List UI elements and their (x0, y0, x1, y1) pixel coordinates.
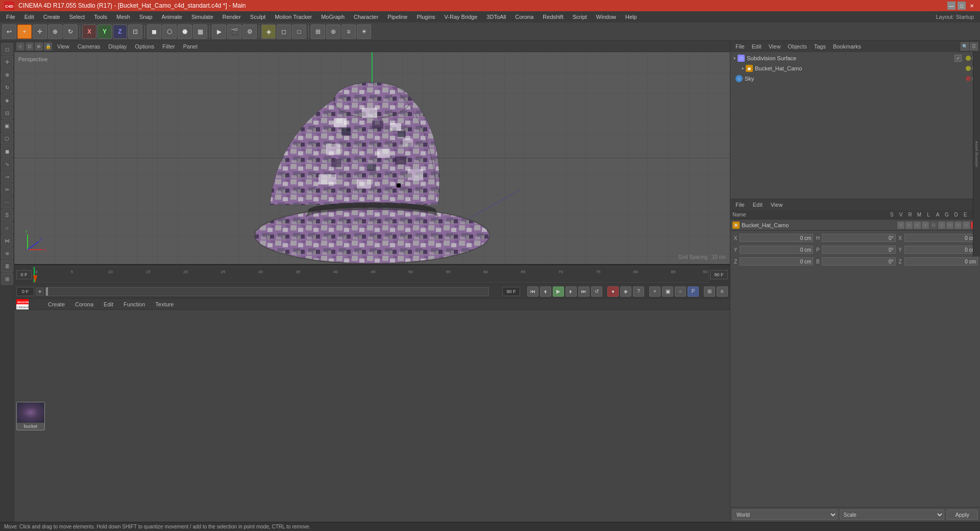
edge-mode-btn[interactable]: ⬣ (178, 25, 192, 39)
add-btn[interactable]: + (17, 25, 32, 39)
brush-tool-sidebar[interactable]: ⋯ (1, 196, 13, 208)
tag-check-subdivision[interactable]: ✓ (954, 55, 962, 62)
move-tool-btn[interactable]: ✛ (33, 25, 47, 39)
select-tool-sidebar[interactable]: ◻ (1, 43, 13, 55)
menu-animate[interactable]: Animate (158, 13, 186, 21)
pb-play[interactable]: ▶ (553, 286, 564, 297)
move-tool-sidebar[interactable]: ✛ (1, 56, 13, 68)
coord-world-dropdown[interactable]: World Object (732, 510, 838, 520)
render-btn[interactable]: 🎬 (227, 25, 241, 39)
vp-icon-fit[interactable]: ⊕ (35, 42, 43, 51)
snap-btn[interactable]: ⊛ (326, 25, 340, 39)
tool9-sidebar[interactable]: ∿ (1, 158, 13, 170)
coord-sz-input[interactable] (904, 257, 978, 266)
frame-input[interactable] (16, 287, 34, 296)
attr-col-icon-3[interactable]: ○ (914, 222, 921, 229)
mat-menu-create[interactable]: Create (44, 301, 69, 308)
attr-menu-edit[interactable]: Edit (750, 201, 766, 208)
tool17-sidebar[interactable]: ≣ (1, 260, 13, 272)
obj-row-sky[interactable]: ○ Sky (731, 74, 979, 84)
point-mode-btn[interactable]: ⬡ (162, 25, 177, 39)
coord-h-input[interactable] (822, 234, 895, 242)
pb-loop[interactable]: ↺ (591, 286, 602, 297)
menu-create[interactable]: Create (39, 13, 64, 21)
tool10-sidebar[interactable]: ⊸ (1, 171, 13, 183)
om-menu-objects[interactable]: Objects (785, 43, 810, 50)
pb-keyframe[interactable]: ◈ (620, 286, 631, 297)
tool13-sidebar[interactable]: S (1, 209, 13, 221)
timeline-track-area[interactable]: 0 5 10 15 20 25 30 35 40 45 50 55 60 65 … (33, 267, 709, 283)
tool14-sidebar[interactable]: ∩ (1, 222, 13, 234)
menu-3dtoall[interactable]: 3DToAll (482, 13, 510, 21)
attr-menu-view[interactable]: View (768, 201, 786, 208)
apply-button[interactable]: Apply (946, 510, 978, 520)
vp-menu-filter[interactable]: Filter (159, 43, 178, 50)
attr-menu-file[interactable]: File (732, 201, 748, 208)
undo-btn[interactable]: ↩ (2, 25, 16, 39)
tool5-sidebar[interactable]: ⊡ (1, 107, 13, 119)
menu-file[interactable]: File (2, 13, 19, 21)
pb-goto-start[interactable]: ⏮ (527, 286, 538, 297)
lights-btn[interactable]: ☀ (357, 25, 371, 39)
coord-z-pos-input[interactable] (740, 257, 813, 266)
pb-goto-end[interactable]: ⏭ (578, 286, 590, 297)
obj-expand-subdivision[interactable]: ▾ (733, 56, 736, 61)
tool15-sidebar[interactable]: ⋈ (1, 234, 13, 247)
rotate-tool-btn[interactable]: ↻ (63, 25, 78, 39)
coord-x-pos-input[interactable] (740, 234, 813, 242)
work-plane-btn[interactable]: ≡ (341, 25, 356, 39)
om-menu-edit[interactable]: Edit (749, 43, 765, 50)
menu-vray[interactable]: V-Ray Bridge (440, 13, 482, 21)
coord-p-input[interactable] (822, 246, 895, 254)
camera-tool-sidebar[interactable]: ◈ (1, 94, 13, 106)
attr-col-icon-2[interactable]: ○ (905, 222, 913, 229)
pb-settings[interactable]: ⊞ (704, 286, 715, 297)
mode-world-btn[interactable]: ⊡ (128, 25, 142, 39)
attr-col-icon-7[interactable]: ○ (946, 222, 953, 229)
vp-menu-options[interactable]: Options (132, 43, 157, 50)
minimize-btn[interactable]: — (947, 2, 955, 10)
tool6-sidebar[interactable]: ▣ (1, 119, 13, 132)
mat-menu-function[interactable]: Function (119, 301, 149, 308)
pb-motion-key[interactable]: ▣ (662, 286, 673, 297)
vp-icon-move[interactable]: ⊹ (16, 42, 24, 51)
render-settings-btn[interactable]: ⚙ (242, 25, 257, 39)
menu-help[interactable]: Help (621, 13, 641, 21)
pb-motion-clip[interactable]: + (649, 286, 660, 297)
menu-edit[interactable]: Edit (20, 13, 38, 21)
menu-corona[interactable]: Corona (511, 13, 537, 21)
pb-motion-p[interactable]: P (688, 286, 699, 297)
menu-redshift[interactable]: Redshift (538, 13, 567, 21)
pen-tool-sidebar[interactable]: ✏ (1, 183, 13, 196)
obj-expand-bucket[interactable]: ▾ (742, 66, 744, 71)
menu-mograph[interactable]: MoGraph (317, 13, 349, 21)
om-search-icon[interactable]: 🔍 (961, 42, 969, 51)
om-menu-file[interactable]: File (732, 43, 748, 50)
menu-mesh[interactable]: Mesh (112, 13, 134, 21)
mat-menu-texture[interactable]: Texture (151, 301, 178, 308)
render-preview-btn[interactable]: ▶ (212, 25, 226, 39)
menu-select[interactable]: Select (65, 13, 89, 21)
rotate-tool-sidebar[interactable]: ↻ (1, 81, 13, 93)
maximize-btn[interactable]: □ (958, 2, 966, 10)
mode-y-btn[interactable]: Y (97, 25, 112, 39)
obj-row-subdivision-surface[interactable]: ▾ ⬡ Subdivision Surface ✓ (731, 53, 979, 63)
obj-row-bucket-hat[interactable]: ▾ ▣ Bucket_Hat_Camo (731, 63, 979, 74)
menu-script[interactable]: Script (569, 13, 591, 21)
mat-menu-corona[interactable]: Corona (71, 301, 97, 308)
menu-render[interactable]: Render (218, 13, 245, 21)
attr-col-icon-5[interactable]: □ (930, 222, 937, 229)
slider-handle[interactable] (46, 287, 48, 296)
menu-tools[interactable]: Tools (90, 13, 111, 21)
coord-sy-input[interactable] (904, 246, 978, 254)
gouraud-shading-btn[interactable]: ◈ (261, 25, 276, 39)
coord-sx-input[interactable] (904, 234, 978, 242)
om-menu-tags[interactable]: Tags (811, 43, 829, 50)
tool18-sidebar[interactable]: ⊞ (1, 273, 13, 285)
vp-icon-center[interactable]: ⊡ (26, 42, 34, 51)
attr-col-icon-9[interactable]: ○ (963, 222, 970, 229)
coord-b-input[interactable] (822, 257, 895, 266)
menu-pipeline[interactable]: Pipeline (383, 13, 411, 21)
grid-btn[interactable]: ⊞ (311, 25, 325, 39)
material-bucket[interactable]: bucket (16, 402, 45, 430)
